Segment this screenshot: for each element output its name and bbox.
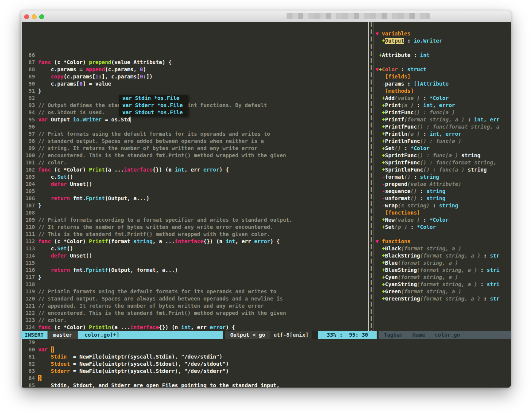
tagbar-row[interactable]: +Output : io.Writer — [376, 37, 511, 44]
code-line[interactable]: 91} — [22, 87, 368, 95]
tagbar-row[interactable]: +PrintlnFunc() : func(a ) — [376, 138, 511, 145]
code-line[interactable]: 110// It returns the number of bytes wri… — [22, 224, 368, 231]
titlebar[interactable] — [21, 11, 511, 22]
tagbar-row[interactable]: +Set(p ) : *Color — [376, 224, 511, 231]
tagbar-row[interactable]: [methods] — [376, 87, 511, 95]
code-line[interactable]: 89 copy(c.params[1:], c.params[0:]) — [22, 73, 368, 80]
godoc-line[interactable]: 82 Stdout = NewFile(uintptr(syscall.Stdo… — [22, 360, 511, 368]
tagbar-row[interactable]: -params : []Attribute — [376, 80, 511, 87]
tagbar-row[interactable]: -format() : string — [376, 173, 511, 181]
code-line[interactable]: 97// Print formats using the default for… — [22, 130, 368, 138]
tagbar-row[interactable]: +GreenString(format string, a ) : str — [376, 295, 511, 302]
minimize-button[interactable] — [32, 14, 37, 19]
tagbar-row[interactable]: ▼ variables — [376, 30, 511, 37]
tagbar-row[interactable]: -sequence() : string — [376, 188, 511, 195]
tagbar-row[interactable]: [functions] — [376, 209, 511, 216]
code-line[interactable]: 114 defer Unset() — [22, 252, 368, 259]
code-line[interactable]: 115 — [22, 259, 368, 267]
code-line[interactable]: 99// string. It returns the number of by… — [22, 145, 368, 152]
code-line[interactable]: 109// Printf formats according to a form… — [22, 216, 368, 224]
tagbar-row[interactable] — [376, 44, 511, 52]
popup-item[interactable]: var Stdout *os.File — [119, 109, 188, 116]
code-segment — [48, 346, 51, 353]
tagbar-row[interactable]: +PrintFunc() : func(a ) — [376, 109, 511, 116]
code-line[interactable]: 124func (c *Color) Println(a ...interfac… — [22, 324, 368, 331]
code-line[interactable]: 104 defer Unset() — [22, 181, 368, 188]
godoc-line[interactable]: 85 Stdin, Stdout, and Stderr are open Fi… — [22, 382, 511, 388]
code-line[interactable]: 112func (c *Color) Printf(format string,… — [22, 238, 368, 245]
code-line[interactable]: 105 — [22, 188, 368, 195]
code-line[interactable]: 120// standard output. Spaces are always… — [22, 295, 368, 302]
code-line[interactable]: 87func (c *Color) prepend(value Attribut… — [22, 59, 368, 66]
tagbar-row[interactable] — [376, 231, 511, 238]
godoc-line[interactable]: 79 — [22, 339, 511, 346]
tagbar-row[interactable]: -prepend(value Attribute) — [376, 181, 511, 188]
code-line[interactable]: 98// standard output. Spaces are added b… — [22, 138, 368, 145]
tagbar-row[interactable]: +Print(a ) : int, error — [376, 102, 511, 109]
tagbar-row[interactable]: +PrintfFunc() : func(format string, a — [376, 123, 511, 130]
tagbar-row[interactable]: +CyanString(format string, a ) : stri — [376, 281, 511, 288]
code-line[interactable]: 96 — [22, 123, 368, 130]
popup-item[interactable]: var Stdin *os.File — [119, 95, 188, 102]
tagbar-row[interactable]: +New(value ) : *Color — [376, 216, 511, 224]
zoom-button[interactable] — [39, 14, 44, 19]
tagbar-row[interactable]: +SprintlnFunc() : func(a ) string — [376, 166, 511, 173]
popup-item[interactable]: var Stderr *os.File — [119, 102, 188, 109]
code-line[interactable]: 90 c.params[0] = value — [22, 80, 368, 87]
godoc-line[interactable]: 83 Stderr = NewFile(uintptr(syscall.Stde… — [22, 368, 511, 375]
tagbar-row[interactable]: +Add(value ) : *Color — [376, 95, 511, 102]
tagbar-row[interactable]: +Printf(format string, a ) : int, err — [376, 116, 511, 123]
tagbar-row[interactable]: +Black(format string, a ) — [376, 245, 511, 252]
godoc-line[interactable]: 80var ( — [22, 346, 511, 353]
code-window[interactable]: 8687func (c *Color) prepend(value Attrib… — [22, 22, 368, 331]
tagbar-row[interactable]: -unformat() : string — [376, 195, 511, 202]
code-line[interactable]: 100// encountered. This is the standard … — [22, 152, 368, 159]
code-line[interactable]: 116 return fmt.Fprintf(Output, format, a… — [22, 267, 368, 274]
code-line[interactable]: 88 c.params = append(c.params, 0) — [22, 66, 368, 73]
godoc-line[interactable]: 81 Stdin = NewFile(uintptr(syscall.Stdin… — [22, 353, 511, 360]
code-line[interactable]: 102func (c *Color) Print(a ...interface{… — [22, 166, 368, 173]
code-line[interactable]: 94// os.Stdout is used. — [22, 109, 368, 116]
code-line[interactable]: 95var Output io.Writer = os.Std — [22, 116, 368, 123]
tagbar-row[interactable]: +SprintfFunc() : func(format string, — [376, 159, 511, 166]
tagbar-row[interactable]: ▼+Color : struct — [376, 66, 511, 73]
code-line[interactable]: 118 — [22, 281, 368, 288]
code-line[interactable]: 106 return fmt.Fprint(Output, a...) — [22, 195, 368, 202]
tagbar-row[interactable]: +Blue(format string, a ) — [376, 259, 511, 267]
code-line[interactable]: 113 c.Set() — [22, 245, 368, 252]
tagbar-row[interactable]: +Set() : *Color — [376, 145, 511, 152]
tagbar-row[interactable]: [fields] — [376, 73, 511, 80]
tagbar-row[interactable]: +BlackString(format string, a ) : str — [376, 252, 511, 259]
autocomplete-popup[interactable]: var Stdin *os.Filevar Stderr *os.Filevar… — [119, 95, 188, 116]
tagbar-window[interactable]: ▼ variables +Output : io.Writer +Attribu… — [374, 22, 511, 331]
godoc-preview-window[interactable]: 7980var (81 Stdin = NewFile(uintptr(sysc… — [21, 339, 511, 388]
code-line[interactable]: 107} — [22, 202, 368, 209]
godoc-line[interactable]: 84) — [22, 375, 511, 382]
code-segment: : — [480, 253, 490, 259]
tagbar-row[interactable]: ▼ functions — [376, 238, 511, 245]
code-line[interactable]: 86 — [22, 52, 368, 59]
tagbar-row[interactable]: -wrap(s string) : string — [376, 202, 511, 209]
tagbar-row[interactable] — [376, 59, 511, 66]
tagbar-row[interactable]: +Green(format string, a ) — [376, 288, 511, 295]
code-line[interactable]: 123// color. — [22, 317, 368, 324]
code-line[interactable]: 103 c.Set() — [22, 173, 368, 181]
code-line[interactable]: 93// Output defines the standard output … — [22, 102, 368, 109]
code-line[interactable]: 92 — [22, 95, 368, 102]
code-line[interactable]: 122// encountered. This is the standard … — [22, 310, 368, 317]
code-line[interactable]: 101// color. — [22, 159, 368, 166]
tagbar-row[interactable]: +Attribute : int — [376, 52, 511, 59]
window-separator[interactable] — [368, 22, 374, 331]
tagbar-row[interactable]: +Println(a ) : int, error — [376, 130, 511, 138]
tagbar-row[interactable]: +SprintFunc() : func(a ) string — [376, 152, 511, 159]
code-line[interactable]: 121// appended. It returns the number of… — [22, 302, 368, 310]
close-button[interactable] — [24, 14, 29, 19]
tagbar-row[interactable]: +BlueString(format string, a ) : stri — [376, 267, 511, 274]
tagbar-row[interactable]: +Cyan(format string, a ) — [376, 274, 511, 281]
code-line[interactable]: 111// This is the standard fmt.Printf() … — [22, 231, 368, 238]
code-line[interactable]: 117} — [22, 274, 368, 281]
tagbar-row[interactable] — [376, 23, 511, 30]
code-line[interactable]: 108 — [22, 209, 368, 216]
code-line[interactable]: 119// Println formats using the default … — [22, 288, 368, 295]
code-segment: : — [417, 195, 426, 201]
